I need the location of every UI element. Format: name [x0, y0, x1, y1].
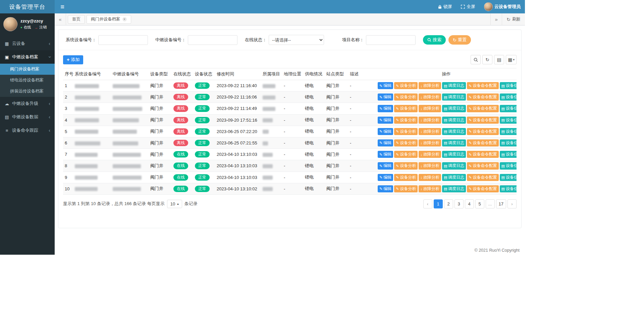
device-info-button[interactable]: ▤设备信息 [500, 185, 517, 192]
sidebar-item-lithium-remote-archive[interactable]: 锂电远传设备档案 [0, 75, 55, 86]
project-name-input[interactable] [366, 35, 416, 45]
device-command-config-button[interactable]: ✎设备命令配置 [467, 117, 498, 124]
page-ellipsis-button[interactable]: ... [486, 199, 495, 208]
fault-analysis-button[interactable]: ↓故障分析 [419, 151, 441, 158]
sidebar-item-device-upgrade[interactable]: ☁ 中燃设备升级 ‹ [0, 97, 55, 110]
tabs-scroll-left-button[interactable]: « [55, 13, 66, 25]
device-info-button[interactable]: ▤设备信息 [500, 117, 517, 124]
page-button-4[interactable]: 4 [465, 199, 474, 208]
device-command-config-button[interactable]: ✎设备命令配置 [467, 93, 498, 101]
device-analysis-button[interactable]: ✎设备分析 [394, 117, 418, 124]
fault-analysis-button[interactable]: ↓故障分析 [419, 82, 441, 89]
edit-button[interactable]: ✎编辑 [378, 105, 393, 112]
fault-analysis-button[interactable]: ↓故障分析 [419, 185, 441, 192]
dispatch-log-button[interactable]: ▤调度日志 [442, 82, 466, 89]
device-info-button[interactable]: ▤设备信息 [500, 162, 517, 169]
online-status-select[interactable]: --请选择-- [269, 35, 324, 45]
device-info-button[interactable]: ▤设备信息 [500, 139, 517, 146]
table-refresh-button[interactable]: ↻ [482, 55, 492, 64]
page-button-1[interactable]: 1 [434, 199, 443, 208]
tabs-scroll-right-button[interactable]: » [490, 13, 502, 25]
device-command-config-button[interactable]: ✎设备命令配置 [467, 185, 498, 192]
device-command-config-button[interactable]: ✎设备命令配置 [467, 151, 498, 158]
fault-analysis-button[interactable]: ↓故障分析 [419, 162, 441, 169]
device-info-button[interactable]: ▤设备信息 [500, 174, 517, 181]
sidebar-item-device-data[interactable]: ▤ 中燃设备数据 ‹ [0, 110, 55, 124]
close-tab-icon[interactable]: × [122, 17, 127, 21]
device-command-config-button[interactable]: ✎设备命令配置 [467, 128, 498, 135]
device-analysis-button[interactable]: ✎设备分析 [394, 82, 418, 89]
device-analysis-button[interactable]: ✎设备分析 [394, 151, 418, 158]
prev-page-button[interactable]: ‹ [423, 199, 432, 208]
sidebar-item-cloud-device[interactable]: ▦ 云设备 ‹ [0, 37, 55, 50]
tab-valve-well-archive[interactable]: 阀门井设备档案 × [87, 15, 131, 24]
device-analysis-button[interactable]: ✎设备分析 [394, 162, 418, 169]
dispatch-log-button[interactable]: ▤调度日志 [442, 139, 466, 146]
device-command-config-button[interactable]: ✎设备命令配置 [467, 105, 498, 112]
user-menu[interactable]: 云设备管理员 [480, 0, 525, 13]
table-search-toggle-button[interactable] [471, 55, 481, 64]
page-button-17[interactable]: 17 [496, 199, 506, 208]
device-command-config-button[interactable]: ✎设备命令配置 [467, 82, 498, 89]
tab-home[interactable]: 首页 [68, 15, 85, 24]
dispatch-log-button[interactable]: ▤调度日志 [442, 117, 466, 124]
sys-device-no-input[interactable] [98, 35, 148, 45]
sidebar-toggle-button[interactable]: ≡ [55, 0, 70, 13]
dispatch-log-button[interactable]: ▤调度日志 [442, 105, 466, 112]
refresh-tab-button[interactable]: ↻ 刷新 [502, 13, 525, 25]
add-button[interactable]: + 添加 [63, 55, 83, 64]
logout-link[interactable]: 注销 [39, 25, 47, 30]
fault-analysis-button[interactable]: ↓故障分析 [419, 128, 441, 135]
mid-device-no-input[interactable] [188, 35, 237, 45]
fault-analysis-button[interactable]: ↓故障分析 [419, 139, 441, 146]
dispatch-log-button[interactable]: ▤调度日志 [442, 174, 466, 181]
page-size-dropdown[interactable]: 10 ▴ [167, 200, 182, 208]
table-view-toggle-button[interactable]: ▤ [494, 55, 504, 64]
dispatch-log-button[interactable]: ▤调度日志 [442, 185, 466, 192]
edit-button[interactable]: ✎编辑 [378, 139, 393, 146]
device-analysis-button[interactable]: ✎设备分析 [394, 185, 418, 192]
device-analysis-button[interactable]: ✎设备分析 [394, 139, 418, 146]
device-command-config-button[interactable]: ✎设备命令配置 [467, 162, 498, 169]
table-columns-button[interactable]: ▦ ▾ [506, 55, 517, 64]
edit-button[interactable]: ✎编辑 [378, 151, 393, 158]
edit-button[interactable]: ✎编辑 [378, 174, 393, 181]
device-info-button[interactable]: ▤设备信息 [500, 93, 517, 101]
device-info-button[interactable]: ▤设备信息 [500, 82, 517, 89]
search-button[interactable]: 搜索 [423, 35, 446, 45]
fault-analysis-button[interactable]: ↓故障分析 [419, 93, 441, 101]
page-button-2[interactable]: 2 [444, 199, 453, 208]
device-command-config-button[interactable]: ✎设备命令配置 [467, 174, 498, 181]
sidebar-item-valve-well-archive[interactable]: 阀门井设备档案 [0, 64, 55, 75]
device-info-button[interactable]: ▤设备信息 [500, 128, 517, 135]
dispatch-log-button[interactable]: ▤调度日志 [442, 151, 466, 158]
edit-button[interactable]: ✎编辑 [378, 117, 393, 124]
dispatch-log-button[interactable]: ▤调度日志 [442, 93, 466, 101]
device-analysis-button[interactable]: ✎设备分析 [394, 174, 418, 181]
device-info-button[interactable]: ▤设备信息 [500, 151, 517, 158]
page-button-5[interactable]: 5 [475, 199, 484, 208]
device-command-config-button[interactable]: ✎设备命令配置 [467, 139, 498, 146]
sidebar-item-assembled-remote-archive[interactable]: 拼装远传设备档案 [0, 86, 55, 97]
lock-screen-button[interactable]: 锁屏 [434, 0, 457, 13]
sidebar-item-device-archive[interactable]: ▣ 中燃设备档案 ‹ [0, 50, 55, 64]
device-analysis-button[interactable]: ✎设备分析 [394, 128, 418, 135]
page-button-3[interactable]: 3 [454, 199, 464, 208]
fault-analysis-button[interactable]: ↓故障分析 [419, 105, 441, 112]
fullscreen-button[interactable]: 全屏 [457, 0, 480, 13]
edit-button[interactable]: ✎编辑 [378, 82, 393, 89]
dispatch-log-button[interactable]: ▤调度日志 [442, 162, 466, 169]
reset-button[interactable]: ↻ 重置 [448, 35, 471, 45]
edit-button[interactable]: ✎编辑 [378, 162, 393, 169]
sidebar-item-command-trace[interactable]: ≡ 设备命令跟踪 ‹ [0, 124, 55, 137]
dispatch-log-button[interactable]: ▤调度日志 [442, 128, 466, 135]
device-info-button[interactable]: ▤设备信息 [500, 105, 517, 112]
edit-button[interactable]: ✎编辑 [378, 128, 393, 135]
next-page-button[interactable]: › [507, 199, 517, 208]
device-analysis-button[interactable]: ✎设备分析 [394, 105, 418, 112]
edit-button[interactable]: ✎编辑 [378, 185, 393, 192]
fault-analysis-button[interactable]: ↓故障分析 [419, 117, 441, 124]
device-analysis-button[interactable]: ✎设备分析 [394, 93, 418, 101]
fault-analysis-button[interactable]: ↓故障分析 [419, 174, 441, 181]
edit-button[interactable]: ✎编辑 [378, 93, 393, 101]
